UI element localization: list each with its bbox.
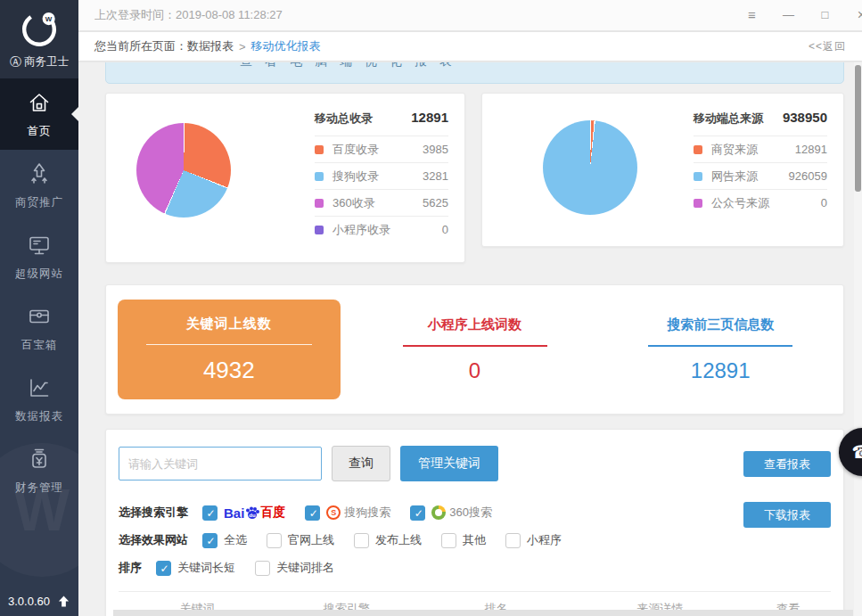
version-label: 3.0.0.60: [8, 595, 50, 608]
search-card: 查询 管理关键词 查看报表 下载报表 选择搜索引擎 Bai: [105, 429, 844, 616]
window-menu-icon[interactable]: ≡: [734, 0, 770, 31]
sidebar: W Ⓐ 商务卫士 首页 商贸推广: [0, 0, 78, 616]
sidebar-item-label: 百宝箱: [21, 338, 58, 353]
checkbox-rank[interactable]: [255, 561, 270, 576]
checkbox-miniprogram[interactable]: [505, 533, 521, 548]
close-icon[interactable]: ×: [843, 0, 862, 31]
sort-option-length[interactable]: 关键词长短: [156, 560, 235, 576]
stat-keywords-online: 关键词上线数 4932: [106, 300, 352, 399]
source-pie-chart: [543, 120, 637, 215]
breadcrumb-current[interactable]: 移动优化报表: [251, 38, 321, 54]
update-arrow-icon[interactable]: [57, 595, 70, 608]
legend-value: 3985: [423, 143, 448, 156]
legend-label: 360收录: [332, 195, 375, 211]
view-report-button[interactable]: 查看报表: [743, 451, 831, 477]
home-icon: [26, 89, 53, 116]
legend-label: 百度收录: [332, 142, 379, 158]
info-banner: 查看电脑端优化报表: [105, 62, 844, 84]
checkbox-official[interactable]: [267, 533, 282, 548]
engine-baidu-option[interactable]: Bai du 百度: [202, 505, 285, 521]
site-option-all[interactable]: 全选: [202, 532, 247, 548]
legend-total: 938950: [783, 110, 827, 125]
site-option-label: 小程序: [527, 532, 562, 548]
swatch-ad: [694, 172, 702, 181]
brand-area: W Ⓐ 商务卫士: [0, 0, 78, 78]
swatch-baidu: [315, 145, 324, 154]
baidu-paw-icon: du: [244, 505, 260, 521]
breadcrumb-separator: >: [239, 40, 246, 53]
maximize-icon[interactable]: □: [807, 0, 843, 31]
sort-option-rank[interactable]: 关键词排名: [255, 560, 334, 576]
breadcrumb-prefix: 您当前所在页面：数据报表: [94, 38, 234, 54]
table-header-clip-band: [113, 610, 853, 616]
checkbox-other[interactable]: [441, 533, 456, 548]
checkbox-publish[interactable]: [354, 533, 369, 548]
sidebar-item-home[interactable]: 首页: [0, 78, 78, 150]
search-row: 查询 管理关键词: [119, 446, 831, 481]
sidebar-item-toolbox[interactable]: 百宝箱: [0, 292, 78, 364]
page-content: 查看电脑端优化报表 移动总收录 12891 百度收录 3985: [78, 62, 854, 616]
checkbox-360[interactable]: [410, 505, 425, 521]
checkbox-baidu[interactable]: [202, 505, 218, 521]
swatch-wechat: [694, 199, 702, 208]
legend-value: 3281: [423, 169, 448, 183]
sort-filter-row: 排序 关键词长短 关键词排名: [119, 560, 831, 576]
legend-label: 公众号来源: [711, 195, 769, 211]
app-window: W Ⓐ 商务卫士 首页 商贸推广: [0, 0, 862, 616]
stat-value: 4932: [203, 357, 255, 384]
scrollbar-thumb[interactable]: [855, 65, 861, 192]
site-option-other[interactable]: 其他: [441, 532, 486, 548]
engine-filter-row: 选择搜索引擎 Bai du 百度: [119, 505, 831, 521]
legend-row: 商贸来源 12891: [694, 136, 827, 162]
site-filter-row: 选择效果网站 全选 官网上线 发布上线 其他: [119, 532, 831, 548]
back-link[interactable]: <<返回: [809, 39, 846, 54]
last-login-text: 上次登录时间：2019-08-08 11:28:27: [94, 7, 283, 23]
download-report-button[interactable]: 下载报表: [743, 502, 831, 528]
baidu-cn-text: 百度: [260, 505, 285, 521]
legend-row: 360收录 5625: [315, 189, 448, 216]
site-option-label: 其他: [463, 532, 486, 548]
engine-sogou-option[interactable]: S 搜狗搜索: [305, 505, 390, 521]
stat-value: 0: [469, 358, 480, 383]
swatch-business: [694, 145, 702, 154]
legend-header: 移动总收录 12891: [315, 110, 448, 136]
brand-name: Ⓐ 商务卫士: [10, 54, 69, 70]
scrollbar-track[interactable]: [854, 62, 862, 616]
swatch-360: [315, 199, 324, 208]
sort-filter-label: 排序: [119, 560, 142, 576]
stat-label: 小程序上线词数: [428, 316, 521, 333]
legend-row: 公众号来源 0: [694, 189, 827, 216]
version-row: 3.0.0.60: [0, 595, 78, 608]
stat-top3-pages: 搜索前三页信息数 12891: [597, 316, 843, 383]
legend-value: 5625: [423, 196, 448, 209]
engine-360-option[interactable]: 360搜索: [410, 505, 492, 521]
breadcrumb: 您当前所在页面：数据报表 > 移动优化报表 <<返回: [78, 32, 862, 61]
sidebar-item-website[interactable]: 超级网站: [0, 221, 78, 292]
360-logo-icon: [431, 505, 446, 520]
baidu-logo: Bai du 百度: [224, 505, 285, 521]
site-option-label: 全选: [224, 532, 247, 548]
site-option-publish[interactable]: 发布上线: [354, 532, 422, 548]
legend-label: 网告来源: [711, 168, 758, 185]
query-button[interactable]: 查询: [332, 446, 390, 481]
sidebar-item-label: 首页: [28, 124, 52, 139]
checkbox-all[interactable]: [202, 533, 218, 548]
keyword-input[interactable]: [119, 447, 322, 480]
minimize-icon[interactable]: —: [770, 0, 807, 31]
included-chart-card: 移动总收录 12891 百度收录 3985 搜狗收录 3281: [105, 93, 465, 263]
table-divider: [119, 591, 831, 592]
app-logo-icon: W: [19, 9, 60, 50]
site-option-miniprogram[interactable]: 小程序: [505, 532, 562, 548]
checkbox-length[interactable]: [156, 561, 171, 576]
baidu-logo-text: Bai: [224, 505, 244, 521]
sidebar-item-promotion[interactable]: 商贸推广: [0, 150, 78, 221]
checkbox-sogou[interactable]: [305, 505, 320, 521]
included-legend: 移动总收录 12891 百度收录 3985 搜狗收录 3281: [315, 110, 448, 242]
brand-badge-icon: Ⓐ: [10, 54, 21, 70]
stat-divider: [403, 345, 547, 347]
manage-keywords-button[interactable]: 管理关键词: [400, 446, 498, 481]
sidebar-item-reports[interactable]: 数据报表: [0, 364, 78, 435]
360-label: 360搜索: [449, 505, 492, 521]
legend-value: 926059: [789, 169, 827, 183]
site-option-official[interactable]: 官网上线: [267, 532, 334, 548]
